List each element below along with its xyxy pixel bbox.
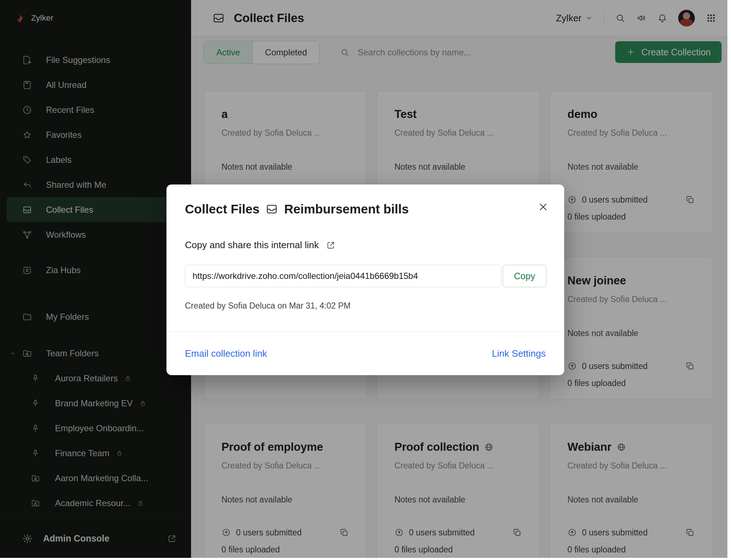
link-settings-link[interactable]: Link Settings bbox=[492, 348, 546, 359]
email-collection-link[interactable]: Email collection link bbox=[185, 348, 267, 359]
collection-link-input[interactable] bbox=[185, 265, 501, 287]
dialog-title-prefix: Collect Files bbox=[185, 202, 259, 216]
open-link-icon[interactable] bbox=[326, 241, 335, 250]
close-icon[interactable] bbox=[537, 201, 549, 213]
share-link-label: Copy and share this internal link bbox=[185, 239, 319, 251]
share-collection-dialog: Collect Files Reimbursement bills Copy a… bbox=[166, 184, 564, 375]
share-link-label-row: Copy and share this internal link bbox=[185, 239, 335, 251]
dialog-created-line: Created by Sofia Deluca on Mar 31, 4:02 … bbox=[185, 301, 351, 311]
dialog-title: Collect Files Reimbursement bills bbox=[185, 202, 409, 216]
window-edge bbox=[0, 558, 731, 560]
dialog-footer: Email collection link Link Settings bbox=[166, 331, 564, 375]
collect-files-icon bbox=[265, 203, 278, 216]
copy-button[interactable]: Copy bbox=[503, 265, 546, 287]
scrollbar[interactable] bbox=[727, 0, 731, 560]
dialog-title-collection-name: Reimbursement bills bbox=[284, 202, 409, 216]
